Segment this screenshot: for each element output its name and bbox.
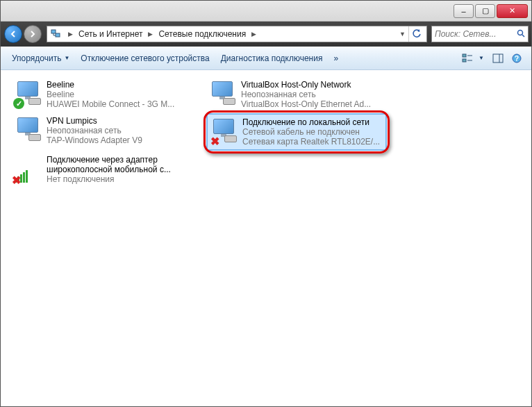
connection-name: VirtualBox Host-Only Network [241, 80, 384, 90]
forward-button[interactable] [24, 25, 42, 43]
breadcrumb-arrow-icon: ▶ [249, 31, 259, 38]
svg-rect-8 [493, 54, 503, 63]
address-bar[interactable]: ▶ Сеть и Интернет ▶ Сетевые подключения … [47, 26, 427, 42]
connection-item-mobile[interactable]: ✖ Подключение через адаптер широкополосн… [12, 152, 192, 187]
breadcrumb-arrow-icon: ▶ [145, 31, 156, 38]
chevron-down-icon: ▼ [64, 55, 69, 61]
connection-device: VirtualBox Host-Only Ethernet Ad... [241, 99, 384, 109]
svg-line-3 [522, 35, 524, 37]
status-ok-badge: ✓ [13, 98, 24, 109]
network-icon [50, 28, 61, 40]
connection-text: Подключение через адаптер широкополосной… [47, 155, 190, 184]
network-adapter-icon: ✖ [210, 117, 238, 145]
preview-pane-button[interactable] [490, 52, 506, 65]
more-button[interactable]: » [328, 51, 344, 66]
connection-item-lan[interactable]: ✖ Подключение по локальной сети Сетевой … [206, 113, 387, 151]
connection-status: Beeline [47, 90, 190, 99]
search-input[interactable] [435, 29, 517, 39]
connection-name: Beeline [47, 80, 190, 90]
chevron-down-icon: ▼ [479, 55, 484, 61]
status-error-badge: ✖ [209, 135, 220, 147]
network-adapter-icon: ✓ [15, 80, 42, 108]
connection-status: Нет подключения [47, 174, 190, 184]
content-area: ✓ Beeline Beeline HUAWEI Mobile Connect … [1, 70, 531, 406]
status-error-badge: ✖ [10, 174, 22, 185]
svg-text:?: ? [515, 55, 519, 63]
network-adapter-icon [209, 80, 237, 108]
refresh-button[interactable] [408, 26, 424, 42]
search-icon [517, 29, 525, 40]
connection-device: Сетевая карта Realtek RTL8102E/... [242, 137, 383, 147]
organize-button[interactable]: Упорядочить▼ [6, 51, 75, 66]
svg-rect-1 [56, 33, 60, 37]
connection-item-virtualbox[interactable]: VirtualBox Host-Only Network Неопознанна… [206, 77, 387, 112]
maximize-button[interactable]: ▢ [475, 4, 495, 18]
network-adapter-icon: ✖ [15, 155, 42, 183]
nav-bar: ▶ Сеть и Интернет ▶ Сетевые подключения … [1, 22, 531, 47]
view-mode-button[interactable]: ▼ [459, 52, 487, 65]
help-button[interactable]: ? [509, 52, 524, 65]
breadcrumb-arrow-icon: ▶ [65, 31, 76, 38]
connection-item-beeline[interactable]: ✓ Beeline Beeline HUAWEI Mobile Connect … [12, 77, 192, 112]
svg-rect-4 [463, 54, 466, 57]
search-box[interactable] [431, 26, 529, 42]
connection-text: Beeline Beeline HUAWEI Mobile Connect - … [47, 80, 190, 109]
connection-item-vpn[interactable]: VPN Lumpics Неопознанная сеть TAP-Window… [12, 113, 192, 151]
connection-status: Сетевой кабель не подключен [242, 127, 383, 137]
svg-rect-5 [463, 59, 466, 62]
diagnose-button[interactable]: Диагностика подключения [215, 51, 329, 66]
connection-status: Неопознанная сеть [241, 90, 384, 99]
connection-device: TAP-Windows Adapter V9 [47, 135, 190, 145]
window-frame: – ▢ ✕ ▶ Сеть и Интернет ▶ Сетевые подклю… [0, 0, 532, 407]
minimize-button[interactable]: – [454, 4, 474, 18]
connection-text: Подключение по локальной сети Сетевой ка… [242, 117, 383, 147]
connection-name: VPN Lumpics [47, 116, 190, 126]
svg-point-2 [518, 30, 523, 35]
disable-device-button[interactable]: Отключение сетевого устройства [75, 51, 215, 66]
toolbar: Упорядочить▼ Отключение сетевого устройс… [1, 47, 531, 70]
close-button[interactable]: ✕ [497, 4, 528, 18]
connection-status: Неопознанная сеть [47, 126, 190, 135]
connection-text: VPN Lumpics Неопознанная сеть TAP-Window… [47, 116, 190, 145]
connection-device: HUAWEI Mobile Connect - 3G M... [47, 99, 190, 109]
connection-name: Подключение по локальной сети [242, 117, 383, 127]
titlebar: – ▢ ✕ [1, 1, 531, 22]
svg-rect-0 [51, 30, 56, 33]
back-button[interactable] [4, 25, 22, 43]
breadcrumb-level2[interactable]: Сетевые подключения [156, 29, 249, 39]
connection-text: VirtualBox Host-Only Network Неопознанна… [241, 80, 384, 109]
breadcrumb-level1[interactable]: Сеть и Интернет [76, 29, 145, 39]
dropdown-arrow-icon[interactable]: ▼ [397, 31, 408, 38]
network-adapter-icon [15, 116, 42, 144]
connection-name: Подключение через адаптер широкополосной… [47, 155, 190, 174]
